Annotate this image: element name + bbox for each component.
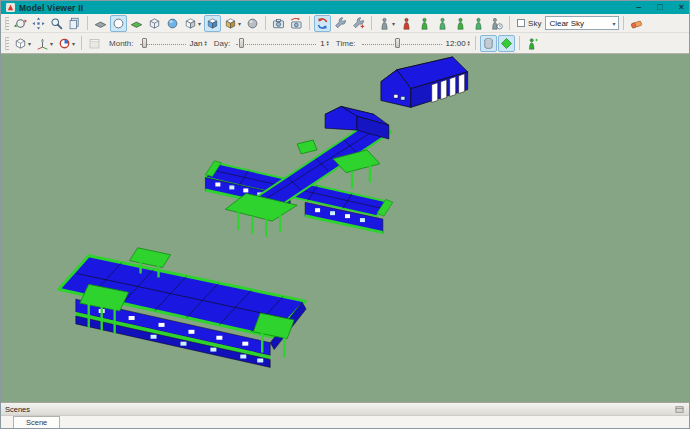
toolbar-separator: [509, 16, 510, 30]
main-toolbar: ▾▾▾SkyClear Sky▾: [1, 14, 689, 33]
sky-checkbox[interactable]: Sky: [517, 19, 541, 28]
hidden-line-mode-icon[interactable]: [164, 15, 181, 32]
camera-icon[interactable]: [270, 15, 287, 32]
walk-figure-icon[interactable]: [524, 35, 541, 52]
scene-tab-bar: Scene: [1, 415, 689, 428]
wireframe-mode-icon[interactable]: [146, 15, 163, 32]
month-label: Month:: [109, 39, 133, 48]
time-mode-icon[interactable]: ▾: [56, 35, 77, 52]
scene-tab[interactable]: Scene: [13, 416, 60, 428]
close-button[interactable]: ×: [679, 3, 684, 12]
day-slider-thumb[interactable]: [239, 38, 244, 48]
style-cube-icon[interactable]: ▾: [12, 35, 33, 52]
textured-mode-icon[interactable]: ▾: [222, 15, 243, 32]
calendar-icon[interactable]: [86, 35, 103, 52]
entity-green-2-icon[interactable]: [434, 15, 451, 32]
model-solid-icon[interactable]: [480, 35, 497, 52]
toolbar-separator: [81, 36, 82, 50]
entity-green-3-icon[interactable]: [452, 15, 469, 32]
scenes-panel-title: Scenes: [5, 405, 30, 414]
time-label: Time:: [336, 39, 356, 48]
minimize-button[interactable]: –: [636, 3, 641, 12]
select-tool-icon[interactable]: [332, 15, 349, 32]
time-spinner[interactable]: 12:00▴▾: [446, 39, 470, 48]
panel-options-icon[interactable]: [675, 405, 685, 414]
sky-select[interactable]: Clear Sky▾: [545, 16, 619, 30]
shaded-textures-mode-icon[interactable]: [204, 15, 221, 32]
maximize-button[interactable]: □: [657, 3, 662, 12]
toolbar-separator: [623, 16, 624, 30]
time-slider[interactable]: [362, 37, 442, 49]
previous-view-icon[interactable]: [66, 15, 83, 32]
day-spinner[interactable]: 1▴▾: [320, 39, 329, 48]
xray-mode-icon[interactable]: [110, 15, 127, 32]
placement-axes-icon[interactable]: ▾: [34, 35, 55, 52]
month-spinner[interactable]: Jan▴▾: [190, 39, 207, 48]
entity-red-icon[interactable]: [398, 15, 415, 32]
title-bar[interactable]: Model Viewer II – □ ×: [1, 1, 689, 14]
toolbar-separator: [309, 16, 310, 30]
day-label: Day:: [214, 39, 230, 48]
refresh-icon[interactable]: [314, 15, 331, 32]
entity-menu-icon[interactable]: ▾: [376, 15, 397, 32]
warehouse-building[interactable]: [381, 57, 468, 107]
time-toolbar: ▾▾▾Month:Jan▴▾Day:1▴▾Time:12:00▴▾: [1, 33, 689, 54]
app-icon: [6, 3, 15, 12]
entity-green-1-icon[interactable]: [416, 15, 433, 32]
toolbar-separator: [519, 36, 520, 50]
zoom-icon[interactable]: [48, 15, 65, 32]
edit-tool-icon[interactable]: [350, 15, 367, 32]
scenes-panel-header[interactable]: Scenes: [1, 402, 689, 415]
entity-schedule-icon[interactable]: [488, 15, 505, 32]
monochrome-mode-icon[interactable]: [244, 15, 261, 32]
camera-rotate-icon[interactable]: [288, 15, 305, 32]
toolbar-separator: [87, 16, 88, 30]
viewport[interactable]: [1, 54, 689, 402]
toolbar-separator: [475, 36, 476, 50]
viewport-canvas[interactable]: [1, 54, 689, 402]
day-slider[interactable]: [236, 37, 316, 49]
eraser-icon[interactable]: [628, 15, 645, 32]
ground-plane-icon[interactable]: [128, 15, 145, 32]
shaded-mode-icon[interactable]: ▾: [182, 15, 203, 32]
toolbar-separator: [371, 16, 372, 30]
window-title: Model Viewer II: [19, 3, 83, 13]
time-slider-thumb[interactable]: [395, 38, 400, 48]
entity-green-4-icon[interactable]: [470, 15, 487, 32]
long-building[interactable]: [59, 248, 306, 368]
toolbar-grip[interactable]: [5, 17, 9, 30]
toolbar-grip[interactable]: [5, 37, 9, 50]
orbit-icon[interactable]: [12, 15, 29, 32]
model-viewer-window: Model Viewer II – □ × ▾▾▾SkyClear Sky▾ ▾…: [0, 0, 690, 429]
month-slider-thumb[interactable]: [142, 38, 147, 48]
cross-building[interactable]: [205, 106, 392, 237]
terrain-icon[interactable]: [498, 35, 515, 52]
month-slider[interactable]: [140, 37, 186, 49]
toolbar-separator: [265, 16, 266, 30]
window-controls: – □ ×: [636, 3, 684, 12]
shadows-icon[interactable]: [92, 15, 109, 32]
pan-icon[interactable]: [30, 15, 47, 32]
